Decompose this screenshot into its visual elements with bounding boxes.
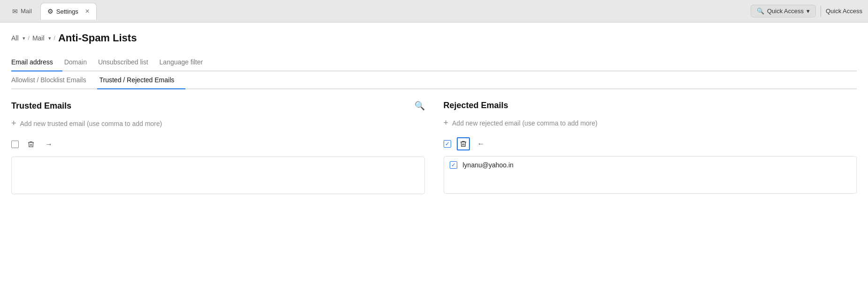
tab-mail[interactable]: ✉ Mail: [6, 3, 38, 20]
page-title: Anti-Spam Lists: [58, 32, 137, 44]
breadcrumb-sep2: /: [54, 35, 55, 41]
mail-icon: ✉: [12, 8, 18, 15]
trusted-select-all-checkbox[interactable]: [11, 141, 19, 148]
main-tabs: Email address Domain Unsubscribed list L…: [11, 54, 857, 71]
close-tab-icon[interactable]: ✕: [85, 8, 90, 15]
trusted-delete-button[interactable]: [24, 138, 38, 151]
tab-language-filter[interactable]: Language filter: [158, 54, 213, 71]
tab-email-address[interactable]: Email address: [11, 54, 62, 71]
browser-bar: ✉ Mail ⚙ Settings ✕ 🔍 Quick Access ▾ Qui…: [0, 0, 868, 23]
quick-access-dropdown-button[interactable]: 🔍 Quick Access ▾: [751, 5, 816, 17]
rejected-email-list: ✓ lynanu@yahoo.in: [444, 156, 857, 194]
plus-icon: +: [11, 118, 16, 128]
rejected-email-value: lynanu@yahoo.in: [463, 161, 514, 169]
all-dropdown-icon: ▾: [23, 35, 25, 41]
breadcrumb: All ▾ / Mail ▾ / Anti-Spam Lists: [11, 32, 857, 44]
trusted-search-icon[interactable]: 🔍: [415, 101, 425, 111]
plus-icon-rejected: +: [444, 118, 449, 128]
quick-access-btn-label: Quick Access: [767, 8, 804, 15]
settings-icon: ⚙: [47, 8, 54, 15]
rejected-item-checkbox[interactable]: ✓: [450, 161, 457, 169]
trusted-email-list: [11, 157, 425, 194]
trusted-action-bar: →: [11, 136, 425, 153]
page-content: All ▾ / Mail ▾ / Anti-Spam Lists Email a…: [0, 23, 868, 299]
sub-tab-trusted-rejected[interactable]: Trusted / Rejected Emails: [97, 71, 185, 89]
search-icon: 🔍: [757, 8, 764, 15]
mail-dropdown-icon: ▾: [48, 35, 51, 41]
quick-access-area: 🔍 Quick Access ▾ Quick Access: [751, 5, 862, 17]
breadcrumb-sep1: /: [28, 35, 30, 41]
browser-tabs: ✉ Mail ⚙ Settings ✕: [6, 3, 97, 20]
tab-domain[interactable]: Domain: [62, 54, 96, 71]
list-item: ✓ lynanu@yahoo.in: [444, 157, 857, 173]
add-trusted-email-row[interactable]: + Add new trusted email (use comma to ad…: [11, 118, 425, 128]
tab-settings[interactable]: ⚙ Settings ✕: [40, 3, 97, 20]
rejected-emails-title: Rejected Emails: [444, 101, 857, 110]
two-col-layout: Trusted Emails 🔍 + Add new trusted email…: [11, 101, 857, 194]
sub-tab-allowlist[interactable]: Allowlist / Blocklist Emails: [11, 71, 97, 89]
trusted-emails-col: Trusted Emails 🔍 + Add new trusted email…: [11, 101, 425, 194]
sub-tabs: Allowlist / Blocklist Emails Trusted / R…: [11, 71, 857, 89]
rejected-action-bar: ✓ ←: [444, 135, 857, 152]
vertical-divider: [821, 6, 821, 17]
chevron-down-icon: ▾: [807, 8, 810, 15]
trusted-arrow-right-button[interactable]: →: [43, 139, 54, 150]
quick-access-plain-label[interactable]: Quick Access: [826, 8, 862, 15]
tab-settings-label: Settings: [56, 8, 78, 15]
add-rejected-email-row[interactable]: + Add new rejected email (use comma to a…: [444, 118, 857, 128]
rejected-emails-col: Rejected Emails + Add new rejected email…: [444, 101, 857, 194]
rejected-delete-button[interactable]: [457, 137, 470, 150]
tab-mail-label: Mail: [21, 8, 32, 15]
tab-unsubscribed[interactable]: Unsubscribed list: [96, 54, 158, 71]
trusted-emails-title: Trusted Emails 🔍: [11, 101, 425, 111]
rejected-select-all-checkbox[interactable]: ✓: [444, 140, 451, 148]
breadcrumb-all[interactable]: All: [11, 34, 19, 42]
breadcrumb-mail[interactable]: Mail: [32, 34, 45, 42]
rejected-arrow-left-button[interactable]: ←: [476, 139, 487, 149]
